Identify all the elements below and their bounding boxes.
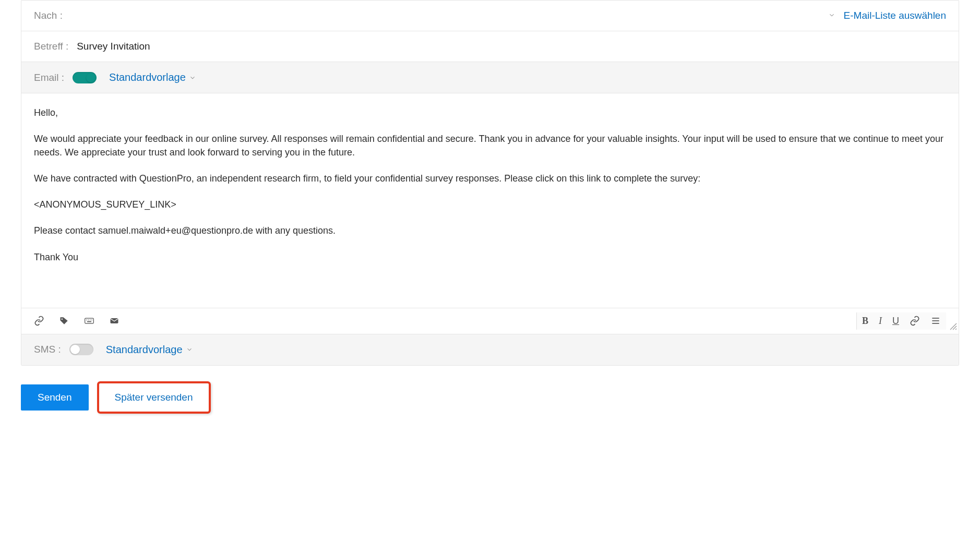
body-paragraph: Thank You (34, 250, 946, 264)
email-template-dropdown[interactable]: Standardvorlage (109, 71, 196, 83)
select-email-list-label: E-Mail-Liste auswählen (844, 10, 946, 21)
insert-link-button[interactable] (904, 312, 925, 329)
svg-line-13 (955, 329, 957, 330)
svg-rect-1 (85, 318, 94, 323)
action-buttons-row: Senden Später versenden (21, 381, 959, 414)
tag-icon[interactable] (59, 316, 69, 326)
email-toggle[interactable] (73, 72, 97, 83)
chevron-down-icon (828, 10, 835, 21)
email-label: Email : (34, 72, 64, 83)
sms-label: SMS : (34, 344, 61, 355)
svg-rect-7 (111, 318, 118, 323)
resize-handle-icon[interactable] (949, 322, 958, 333)
italic-button[interactable]: I (874, 312, 887, 330)
email-template-label: Standardvorlage (109, 71, 186, 83)
bold-button[interactable]: B (857, 312, 874, 330)
send-later-button[interactable]: Später versenden (100, 384, 208, 411)
email-channel-row: Email : Standardvorlage (21, 62, 959, 93)
select-email-list-link[interactable]: E-Mail-Liste auswählen (828, 10, 946, 21)
send-button[interactable]: Senden (21, 384, 89, 411)
to-label: Nach : (34, 10, 63, 21)
to-row: Nach : E-Mail-Liste auswählen (21, 1, 959, 31)
body-paragraph: We would appreciate your feedback in our… (34, 132, 946, 159)
email-body-editor[interactable]: Hello, We would appreciate your feedback… (21, 93, 959, 308)
body-paragraph: We have contracted with QuestionPro, an … (34, 172, 946, 185)
body-paragraph: <ANONYMOUS_SURVEY_LINK> (34, 198, 946, 211)
sms-channel-row: SMS : Standardvorlage (21, 334, 959, 365)
underline-button[interactable]: U (887, 312, 904, 330)
toggle-knob (86, 73, 95, 82)
chevron-down-icon (189, 74, 196, 81)
link-icon[interactable] (34, 316, 44, 326)
keyboard-icon[interactable] (84, 316, 94, 326)
sms-template-dropdown[interactable]: Standardvorlage (106, 344, 193, 356)
highlight-annotation: Später versenden (97, 381, 211, 414)
toggle-knob (70, 345, 80, 354)
envelope-icon[interactable] (109, 316, 119, 326)
align-button[interactable] (925, 312, 946, 329)
sms-toggle[interactable] (69, 344, 93, 355)
subject-input[interactable] (77, 41, 946, 52)
editor-toolbar: B I U (21, 308, 959, 334)
toolbar-left (34, 316, 119, 326)
body-paragraph: Hello, (34, 106, 946, 119)
compose-container: Nach : E-Mail-Liste auswählen Betreff : … (21, 0, 959, 366)
body-paragraph: Please contact samuel.maiwald+eu@questio… (34, 224, 946, 237)
subject-label: Betreff : (34, 41, 68, 52)
subject-row: Betreff : (21, 31, 959, 62)
toolbar-right: B I U (856, 312, 946, 330)
chevron-down-icon (186, 346, 193, 353)
svg-point-0 (62, 319, 63, 320)
to-input[interactable] (71, 10, 828, 21)
sms-template-label: Standardvorlage (106, 344, 183, 356)
